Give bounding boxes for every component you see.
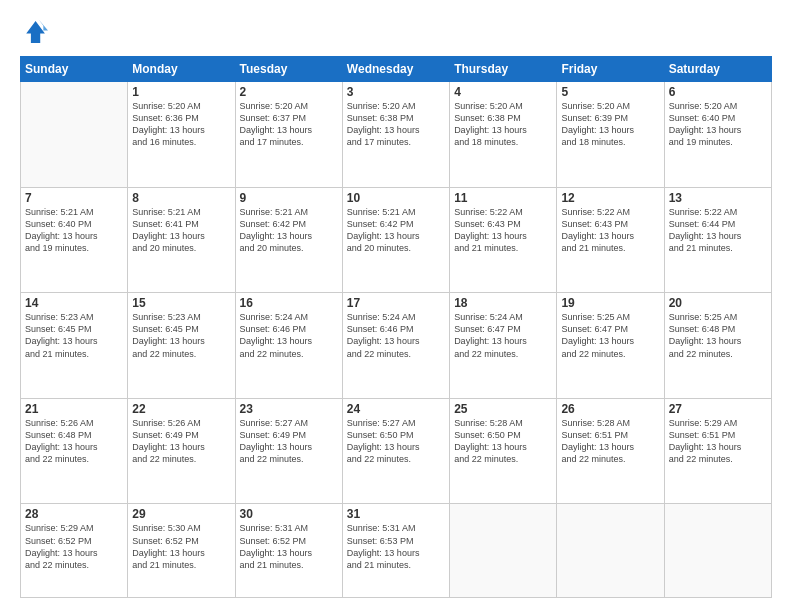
cell-info: Sunrise: 5:20 AMSunset: 6:38 PMDaylight:… — [347, 100, 445, 149]
day-number: 6 — [669, 85, 767, 99]
calendar-header-thursday: Thursday — [450, 57, 557, 82]
day-number: 27 — [669, 402, 767, 416]
calendar-week-row: 21Sunrise: 5:26 AMSunset: 6:48 PMDayligh… — [21, 398, 772, 504]
calendar-week-row: 14Sunrise: 5:23 AMSunset: 6:45 PMDayligh… — [21, 293, 772, 399]
cell-info: Sunrise: 5:20 AMSunset: 6:38 PMDaylight:… — [454, 100, 552, 149]
cell-info: Sunrise: 5:21 AMSunset: 6:42 PMDaylight:… — [240, 206, 338, 255]
calendar-cell: 8Sunrise: 5:21 AMSunset: 6:41 PMDaylight… — [128, 187, 235, 293]
day-number: 10 — [347, 191, 445, 205]
calendar-cell — [557, 504, 664, 598]
day-number: 28 — [25, 507, 123, 521]
day-number: 21 — [25, 402, 123, 416]
day-number: 3 — [347, 85, 445, 99]
calendar-header-saturday: Saturday — [664, 57, 771, 82]
day-number: 20 — [669, 296, 767, 310]
day-number: 18 — [454, 296, 552, 310]
cell-info: Sunrise: 5:20 AMSunset: 6:37 PMDaylight:… — [240, 100, 338, 149]
page: SundayMondayTuesdayWednesdayThursdayFrid… — [0, 0, 792, 612]
calendar-cell: 5Sunrise: 5:20 AMSunset: 6:39 PMDaylight… — [557, 82, 664, 188]
calendar-cell: 26Sunrise: 5:28 AMSunset: 6:51 PMDayligh… — [557, 398, 664, 504]
calendar-cell: 19Sunrise: 5:25 AMSunset: 6:47 PMDayligh… — [557, 293, 664, 399]
calendar-cell: 6Sunrise: 5:20 AMSunset: 6:40 PMDaylight… — [664, 82, 771, 188]
calendar-cell: 7Sunrise: 5:21 AMSunset: 6:40 PMDaylight… — [21, 187, 128, 293]
calendar-cell: 24Sunrise: 5:27 AMSunset: 6:50 PMDayligh… — [342, 398, 449, 504]
day-number: 19 — [561, 296, 659, 310]
cell-info: Sunrise: 5:23 AMSunset: 6:45 PMDaylight:… — [132, 311, 230, 360]
day-number: 25 — [454, 402, 552, 416]
calendar-week-row: 7Sunrise: 5:21 AMSunset: 6:40 PMDaylight… — [21, 187, 772, 293]
day-number: 11 — [454, 191, 552, 205]
calendar-cell: 16Sunrise: 5:24 AMSunset: 6:46 PMDayligh… — [235, 293, 342, 399]
day-number: 22 — [132, 402, 230, 416]
calendar-header-wednesday: Wednesday — [342, 57, 449, 82]
logo — [20, 18, 52, 46]
header — [20, 18, 772, 46]
day-number: 9 — [240, 191, 338, 205]
calendar-cell — [450, 504, 557, 598]
calendar-cell: 11Sunrise: 5:22 AMSunset: 6:43 PMDayligh… — [450, 187, 557, 293]
calendar-cell: 2Sunrise: 5:20 AMSunset: 6:37 PMDaylight… — [235, 82, 342, 188]
calendar-cell: 17Sunrise: 5:24 AMSunset: 6:46 PMDayligh… — [342, 293, 449, 399]
cell-info: Sunrise: 5:21 AMSunset: 6:40 PMDaylight:… — [25, 206, 123, 255]
day-number: 14 — [25, 296, 123, 310]
cell-info: Sunrise: 5:24 AMSunset: 6:46 PMDaylight:… — [347, 311, 445, 360]
cell-info: Sunrise: 5:31 AMSunset: 6:53 PMDaylight:… — [347, 522, 445, 571]
cell-info: Sunrise: 5:24 AMSunset: 6:47 PMDaylight:… — [454, 311, 552, 360]
calendar-header-tuesday: Tuesday — [235, 57, 342, 82]
calendar-cell: 12Sunrise: 5:22 AMSunset: 6:43 PMDayligh… — [557, 187, 664, 293]
cell-info: Sunrise: 5:28 AMSunset: 6:50 PMDaylight:… — [454, 417, 552, 466]
day-number: 12 — [561, 191, 659, 205]
cell-info: Sunrise: 5:20 AMSunset: 6:40 PMDaylight:… — [669, 100, 767, 149]
day-number: 16 — [240, 296, 338, 310]
cell-info: Sunrise: 5:29 AMSunset: 6:52 PMDaylight:… — [25, 522, 123, 571]
cell-info: Sunrise: 5:30 AMSunset: 6:52 PMDaylight:… — [132, 522, 230, 571]
cell-info: Sunrise: 5:27 AMSunset: 6:50 PMDaylight:… — [347, 417, 445, 466]
cell-info: Sunrise: 5:28 AMSunset: 6:51 PMDaylight:… — [561, 417, 659, 466]
cell-info: Sunrise: 5:26 AMSunset: 6:49 PMDaylight:… — [132, 417, 230, 466]
calendar-cell: 25Sunrise: 5:28 AMSunset: 6:50 PMDayligh… — [450, 398, 557, 504]
calendar-cell — [664, 504, 771, 598]
day-number: 4 — [454, 85, 552, 99]
calendar-header-friday: Friday — [557, 57, 664, 82]
logo-icon — [20, 18, 48, 46]
calendar-cell: 3Sunrise: 5:20 AMSunset: 6:38 PMDaylight… — [342, 82, 449, 188]
cell-info: Sunrise: 5:22 AMSunset: 6:43 PMDaylight:… — [561, 206, 659, 255]
calendar-week-row: 1Sunrise: 5:20 AMSunset: 6:36 PMDaylight… — [21, 82, 772, 188]
cell-info: Sunrise: 5:29 AMSunset: 6:51 PMDaylight:… — [669, 417, 767, 466]
cell-info: Sunrise: 5:25 AMSunset: 6:48 PMDaylight:… — [669, 311, 767, 360]
day-number: 2 — [240, 85, 338, 99]
cell-info: Sunrise: 5:21 AMSunset: 6:42 PMDaylight:… — [347, 206, 445, 255]
day-number: 29 — [132, 507, 230, 521]
calendar-header-sunday: Sunday — [21, 57, 128, 82]
svg-marker-0 — [26, 21, 45, 43]
day-number: 31 — [347, 507, 445, 521]
calendar-cell: 13Sunrise: 5:22 AMSunset: 6:44 PMDayligh… — [664, 187, 771, 293]
day-number: 24 — [347, 402, 445, 416]
day-number: 13 — [669, 191, 767, 205]
cell-info: Sunrise: 5:20 AMSunset: 6:36 PMDaylight:… — [132, 100, 230, 149]
day-number: 15 — [132, 296, 230, 310]
day-number: 26 — [561, 402, 659, 416]
cell-info: Sunrise: 5:24 AMSunset: 6:46 PMDaylight:… — [240, 311, 338, 360]
cell-info: Sunrise: 5:31 AMSunset: 6:52 PMDaylight:… — [240, 522, 338, 571]
calendar-cell — [21, 82, 128, 188]
calendar-cell: 20Sunrise: 5:25 AMSunset: 6:48 PMDayligh… — [664, 293, 771, 399]
calendar-cell: 14Sunrise: 5:23 AMSunset: 6:45 PMDayligh… — [21, 293, 128, 399]
calendar-week-row: 28Sunrise: 5:29 AMSunset: 6:52 PMDayligh… — [21, 504, 772, 598]
cell-info: Sunrise: 5:25 AMSunset: 6:47 PMDaylight:… — [561, 311, 659, 360]
calendar-header-monday: Monday — [128, 57, 235, 82]
day-number: 30 — [240, 507, 338, 521]
cell-info: Sunrise: 5:23 AMSunset: 6:45 PMDaylight:… — [25, 311, 123, 360]
day-number: 23 — [240, 402, 338, 416]
calendar-table: SundayMondayTuesdayWednesdayThursdayFrid… — [20, 56, 772, 598]
cell-info: Sunrise: 5:22 AMSunset: 6:43 PMDaylight:… — [454, 206, 552, 255]
calendar-cell: 21Sunrise: 5:26 AMSunset: 6:48 PMDayligh… — [21, 398, 128, 504]
cell-info: Sunrise: 5:26 AMSunset: 6:48 PMDaylight:… — [25, 417, 123, 466]
calendar-cell: 10Sunrise: 5:21 AMSunset: 6:42 PMDayligh… — [342, 187, 449, 293]
calendar-cell: 18Sunrise: 5:24 AMSunset: 6:47 PMDayligh… — [450, 293, 557, 399]
calendar-cell: 22Sunrise: 5:26 AMSunset: 6:49 PMDayligh… — [128, 398, 235, 504]
day-number: 1 — [132, 85, 230, 99]
calendar-cell: 1Sunrise: 5:20 AMSunset: 6:36 PMDaylight… — [128, 82, 235, 188]
calendar-cell: 15Sunrise: 5:23 AMSunset: 6:45 PMDayligh… — [128, 293, 235, 399]
day-number: 5 — [561, 85, 659, 99]
